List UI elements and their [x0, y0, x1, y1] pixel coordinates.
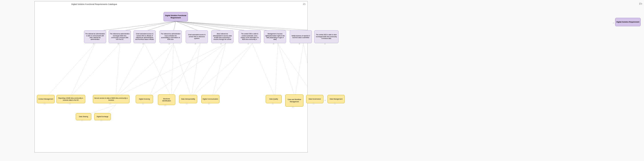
- svg-line-5: [176, 21, 226, 31]
- bottom-node-digital-invoicing[interactable]: Digital Invoicing: [136, 95, 153, 103]
- svg-line-24: [191, 44, 226, 97]
- bottom-node-digital-exchange[interactable]: Digital Exchange: [94, 113, 111, 120]
- ds-indicator: ⛶: [82, 120, 83, 121]
- svg-line-23: [149, 44, 226, 97]
- bottom-node-data-interop[interactable]: Data Interoperability: [179, 95, 197, 103]
- root-node[interactable]: Digital Solution Functional Requirement: [164, 12, 188, 21]
- bottom-node-data-sharing[interactable]: Data Sharing: [76, 113, 91, 120]
- svg-line-9: [176, 21, 308, 31]
- svg-line-12: [70, 44, 120, 97]
- dm-indicator: ⛶: [334, 103, 336, 104]
- level2-node-8[interactable]: Management of access right/authorisation…: [264, 30, 286, 43]
- external-arrow: →: [612, 22, 614, 24]
- svg-line-2: [144, 21, 176, 31]
- n1-indicator: △: [93, 43, 94, 45]
- level2-node-3[interactable]: Grant automated access to central VIES t…: [134, 30, 156, 43]
- level2-node-6[interactable]: Allow national tax administration to acc…: [211, 30, 234, 43]
- svg-line-32: [295, 44, 304, 97]
- di-indicator: ⛶: [142, 103, 144, 104]
- cwm-indicator: ⛶: [292, 106, 294, 108]
- svg-line-16: [116, 44, 174, 97]
- level2-node-2[interactable]: The national tax administration exchange…: [109, 30, 131, 43]
- n9-indicator: △: [299, 43, 300, 45]
- svg-line-10: [46, 44, 95, 97]
- n6-indicator: △: [220, 43, 222, 45]
- bottom-node-secure-access[interactable]: Secure access to data of B2B intra-commu…: [93, 95, 130, 103]
- bottom-node-data-quality[interactable]: Data Quality: [266, 95, 282, 103]
- svg-line-11: [70, 44, 95, 97]
- n4-indicator: △: [168, 43, 170, 45]
- de-indicator: ⛶: [101, 120, 102, 121]
- top-folder-icon[interactable]: 🗁: [639, 2, 642, 5]
- folder-icon[interactable]: 🗁: [303, 3, 306, 6]
- n5-indicator: △: [195, 43, 196, 45]
- bottom-node-data-management[interactable]: Data Management: [328, 95, 345, 103]
- svg-line-4: [176, 21, 200, 31]
- svg-line-31: [278, 44, 308, 97]
- level2-node-10[interactable]: The central VIES is able to store exchan…: [314, 30, 338, 43]
- svg-line-0: [95, 21, 176, 31]
- bottom-node-reporting[interactable]: Reporting of B2B intra-community e-invoi…: [56, 95, 85, 103]
- dq-indicator: ⛶: [272, 103, 274, 104]
- dg-indicator: ⛶: [313, 103, 314, 104]
- diagram-container: Digital Solution Functional Requirements…: [34, 1, 308, 152]
- level2-node-5[interactable]: Grant automated access to central VIES t…: [186, 30, 208, 43]
- dc-indicator: ⛶: [208, 103, 210, 104]
- svg-line-22: [116, 44, 226, 97]
- level2-node-7[interactable]: The central VIES is able to conduct auto…: [238, 30, 261, 43]
- bottom-node-digital-comm[interactable]: Digital Communication: [201, 95, 220, 103]
- canvas: Digital Solution Functional Requirements…: [0, 0, 644, 161]
- n2-indicator: △: [118, 43, 119, 45]
- n10-indicator: △: [324, 43, 326, 45]
- svg-line-30: [278, 44, 295, 97]
- svg-line-8: [176, 21, 304, 31]
- svg-line-28: [252, 44, 275, 97]
- n8-indicator: △: [273, 43, 274, 45]
- n3-indicator: △: [142, 43, 144, 45]
- svg-line-19: [174, 44, 191, 97]
- n7-indicator: △: [248, 43, 249, 45]
- right-arrow: →: [324, 99, 326, 101]
- bottom-node-electronic-id[interactable]: Electronic Identification: [158, 94, 175, 105]
- svg-line-18: [171, 44, 174, 97]
- bottom-node-case-workflow[interactable]: Case and Workflow Management: [285, 94, 304, 107]
- dio-indicator: ⛶: [186, 103, 188, 104]
- bottom-node-data-governance[interactable]: Data Governance: [306, 95, 324, 103]
- rep-indicator: ⛶: [69, 103, 71, 104]
- level2-node-4[interactable]: The national tax administration must cen…: [160, 30, 182, 43]
- svg-line-20: [171, 44, 200, 97]
- svg-line-17: [149, 44, 174, 97]
- svg-line-13: [116, 44, 120, 97]
- svg-line-21: [191, 44, 200, 97]
- svg-line-6: [176, 21, 252, 31]
- svg-line-29: [275, 44, 278, 97]
- svg-line-14: [116, 44, 144, 97]
- svg-line-15: [144, 44, 171, 97]
- external-node-digital-solution-req[interactable]: Digital Solution Requirement: [615, 18, 641, 26]
- svg-line-25: [212, 44, 226, 97]
- expand-indicator: ▽: [174, 21, 176, 23]
- svg-line-1: [120, 21, 176, 31]
- sa-indicator: ⛶: [110, 103, 111, 104]
- level2-node-9[interactable]: Notify business of rejection if incorrec…: [290, 30, 312, 43]
- ei-indicator: ⛶: [164, 105, 166, 106]
- svg-line-26: [191, 44, 252, 97]
- level2-node-1[interactable]: The national tax administration is able …: [84, 30, 106, 43]
- bottom-node-contact-mgmt[interactable]: Contact Management: [37, 95, 55, 103]
- connections-svg: [35, 1, 308, 152]
- diagram-title: Digital Solution Functional Requirements…: [71, 3, 117, 5]
- svg-line-7: [176, 21, 278, 31]
- cm-indicator: ⛶: [44, 103, 46, 104]
- svg-line-27: [212, 44, 252, 97]
- svg-line-33: [304, 44, 308, 97]
